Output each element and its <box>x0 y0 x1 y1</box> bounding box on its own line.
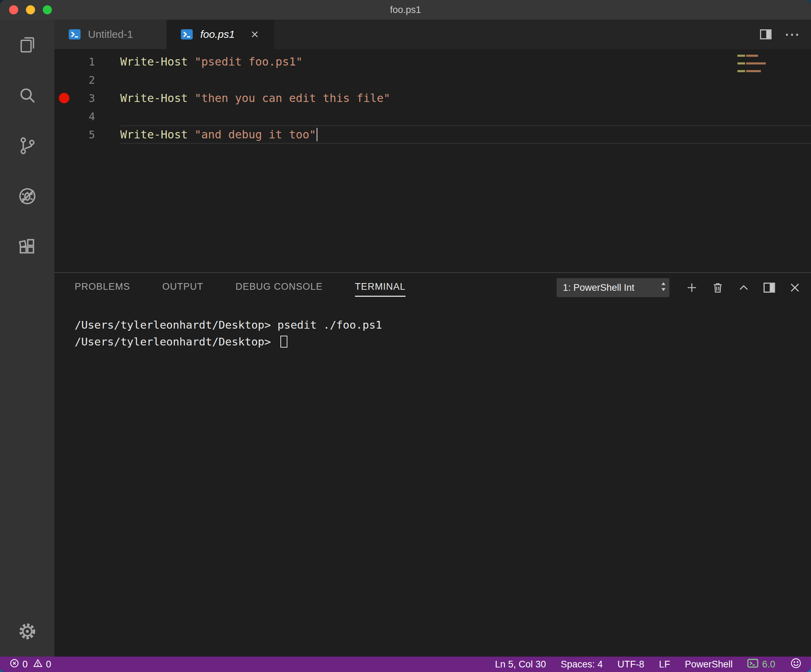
code-line[interactable]: Write-Host "and debug it too" <box>120 125 811 144</box>
panel-tabs: PROBLEMSOUTPUTDEBUG CONSOLETERMINAL <box>75 279 406 297</box>
maximize-panel-icon[interactable] <box>737 281 750 294</box>
code-line[interactable]: Write-Host "psedit foo.ps1" <box>120 52 811 71</box>
editor-lines: 1Write-Host "psedit foo.ps1"23Write-Host… <box>54 52 811 144</box>
panel-header: PROBLEMSOUTPUTDEBUG CONSOLETERMINAL 1: P… <box>54 273 811 302</box>
status-item-spaces-4[interactable]: Spaces: 4 <box>561 659 603 670</box>
zoom-window-button[interactable] <box>43 5 52 14</box>
terminal-command <box>271 335 278 348</box>
tab-foo-ps1[interactable]: foo.ps1 <box>166 20 274 49</box>
code-line[interactable] <box>120 71 811 89</box>
line-number: 2 <box>74 74 95 86</box>
close-panel-icon[interactable] <box>789 281 801 294</box>
powershell-icon <box>180 28 193 41</box>
status-item-lf[interactable]: LF <box>659 659 670 670</box>
settings-gear-icon[interactable] <box>0 606 54 657</box>
new-terminal-icon[interactable] <box>685 281 698 294</box>
terminal-lines: /Users/tylerleonhardt/Desktop> psedit ./… <box>75 317 811 350</box>
terminal-picker-value: 1: PowerShell Int <box>563 283 660 293</box>
explorer-icon[interactable] <box>0 20 54 70</box>
terminal-line: /Users/tylerleonhardt/Desktop> psedit ./… <box>75 317 811 333</box>
minimize-window-button[interactable] <box>26 5 35 14</box>
terminal-prompt: /Users/tylerleonhardt/Desktop> <box>75 335 271 348</box>
status-bar: 0 0 Ln 5, Col 30Spaces: 4UTF-8LFPowerShe… <box>0 657 811 672</box>
status-item-utf-8[interactable]: UTF-8 <box>618 659 645 670</box>
panel-tab-output[interactable]: OUTPUT <box>162 279 203 297</box>
line-number: 4 <box>74 110 95 123</box>
terminal-cursor <box>280 336 287 347</box>
more-actions-icon[interactable]: ⋯ <box>784 27 800 42</box>
titlebar: foo.ps1 <box>0 0 811 20</box>
terminal-picker[interactable]: 1: PowerShell Int <box>557 278 669 297</box>
powershell-version: 6.0 <box>762 659 775 670</box>
code-token: Write-Host <box>120 91 188 105</box>
split-editor-icon[interactable] <box>760 29 772 40</box>
terminal-command: psedit ./foo.ps1 <box>271 318 382 331</box>
activity-bar <box>0 20 54 657</box>
breakpoint-gutter[interactable] <box>54 107 74 125</box>
code-line[interactable]: Write-Host "then you can edit this file" <box>120 89 811 107</box>
status-right-items: Ln 5, Col 30Spaces: 4UTF-8LFPowerShell <box>495 659 733 670</box>
powershell-session-icon <box>747 658 758 671</box>
search-icon[interactable] <box>0 70 54 120</box>
powershell-session[interactable]: 6.0 <box>747 658 775 671</box>
debug-icon[interactable] <box>0 171 54 222</box>
kill-terminal-icon[interactable] <box>711 281 724 294</box>
minimap[interactable] <box>737 55 766 74</box>
code-token: "and debug it too" <box>195 128 316 141</box>
tab-label: foo.ps1 <box>200 29 234 40</box>
panel: PROBLEMSOUTPUTDEBUG CONSOLETERMINAL 1: P… <box>54 272 811 657</box>
split-panel-icon[interactable] <box>763 282 775 294</box>
warning-count: 0 <box>46 659 51 670</box>
panel-tab-terminal[interactable]: TERMINAL <box>355 279 406 297</box>
close-window-button[interactable] <box>9 5 18 14</box>
editor-line-4[interactable]: 4 <box>54 107 811 125</box>
warnings-status[interactable]: 0 <box>32 658 51 671</box>
picker-updown-icon <box>660 281 667 295</box>
code-token <box>188 128 195 141</box>
line-number: 1 <box>74 56 95 68</box>
breakpoint-gutter[interactable] <box>54 125 74 144</box>
panel-tab-debug-console[interactable]: DEBUG CONSOLE <box>236 279 323 297</box>
editor-line-2[interactable]: 2 <box>54 71 811 89</box>
line-number: 5 <box>74 129 95 141</box>
status-item-powershell[interactable]: PowerShell <box>685 659 733 670</box>
close-tab-icon[interactable] <box>249 29 260 40</box>
source-control-icon[interactable] <box>0 120 54 171</box>
code-token: "then you can edit this file" <box>195 91 390 105</box>
code-token: "psedit foo.ps1" <box>195 55 302 68</box>
tab-untitled-1[interactable]: Untitled-1 <box>54 20 166 49</box>
editor-line-5[interactable]: 5Write-Host "and debug it too" <box>54 125 811 144</box>
traffic-lights <box>9 0 52 20</box>
code-token: Write-Host <box>120 128 188 141</box>
editor-line-1[interactable]: 1Write-Host "psedit foo.ps1" <box>54 52 811 71</box>
code-token <box>188 55 195 68</box>
warning-icon <box>32 658 43 671</box>
breakpoint-dot[interactable] <box>59 93 70 103</box>
feedback-smiley-icon[interactable] <box>790 657 802 672</box>
extensions-icon[interactable] <box>0 222 54 272</box>
problems-status[interactable]: 0 <box>9 658 28 671</box>
breakpoint-gutter[interactable] <box>54 52 74 71</box>
code-line[interactable] <box>120 107 811 125</box>
error-count: 0 <box>22 659 28 670</box>
terminal-prompt: /Users/tylerleonhardt/Desktop> <box>75 318 271 331</box>
code-token <box>188 91 195 105</box>
vscode-window: foo.ps1 <box>0 0 811 672</box>
powershell-icon <box>68 28 81 41</box>
terminal-line: /Users/tylerleonhardt/Desktop> <box>75 333 811 350</box>
editor-cursor <box>316 128 317 141</box>
breakpoint-gutter[interactable] <box>54 71 74 89</box>
line-number: 3 <box>74 92 95 104</box>
editor[interactable]: 1Write-Host "psedit foo.ps1"23Write-Host… <box>54 49 811 272</box>
error-icon <box>9 658 20 671</box>
tab-label: Untitled-1 <box>88 29 133 40</box>
terminal-content[interactable]: /Users/tylerleonhardt/Desktop> psedit ./… <box>54 302 811 657</box>
tab-bar: Untitled-1 foo.ps1 <box>54 20 811 49</box>
window-title: foo.ps1 <box>0 5 811 15</box>
code-token: Write-Host <box>120 55 188 68</box>
breakpoint-gutter[interactable] <box>54 89 74 107</box>
editor-line-3[interactable]: 3Write-Host "then you can edit this file… <box>54 89 811 107</box>
status-item-ln-5-col-30[interactable]: Ln 5, Col 30 <box>495 659 546 670</box>
panel-tab-problems[interactable]: PROBLEMS <box>75 279 130 297</box>
